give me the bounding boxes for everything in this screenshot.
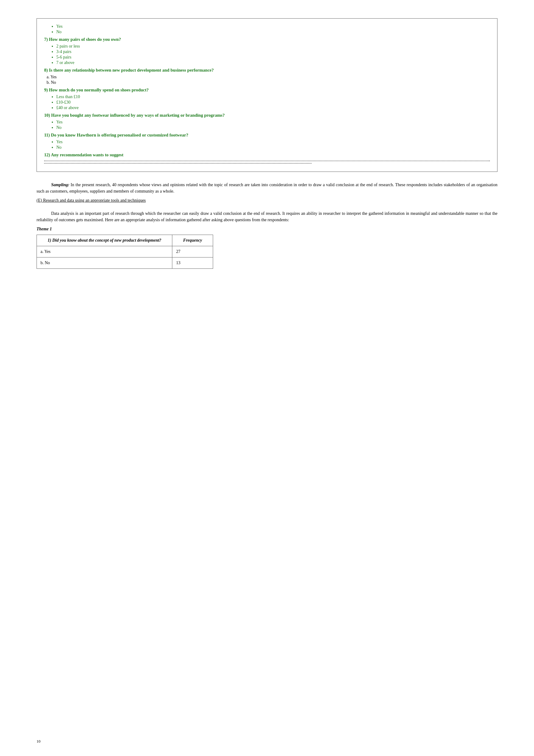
- q11-options-list: Yes No: [44, 140, 490, 150]
- q7-opt2: 3-4 pairs: [56, 49, 490, 54]
- prev-no-item: No: [56, 30, 490, 35]
- q9-opt2: £10-£30: [56, 100, 490, 105]
- table-row2-frequency: 13: [172, 257, 213, 269]
- q10-opt2: No: [56, 125, 490, 130]
- q12-section: 12) Any recommendation wants to suggest: [44, 152, 490, 164]
- survey-box: Yes No 7) How many pairs of shoes do you…: [37, 18, 497, 172]
- data-analysis-text: Data analysis is an important part of re…: [37, 211, 497, 222]
- table-row1-option: a. Yes: [37, 246, 172, 257]
- q11-label: 11) Do you know Hawthorn is offering per…: [44, 133, 490, 138]
- sampling-text: In the present research, 40 respondents …: [37, 182, 497, 194]
- q10-options-list: Yes No: [44, 120, 490, 130]
- table-row2-option: b. No: [37, 257, 172, 269]
- q10-opt1: Yes: [56, 120, 490, 125]
- table-row: a. Yes 27: [37, 246, 213, 257]
- data-analysis-paragraph: Data analysis is an important part of re…: [37, 210, 497, 223]
- dotted-line-1: [44, 161, 490, 161]
- q10-section: 10) Have you bought any footwear influen…: [44, 113, 490, 130]
- table-col1-header: 1) Did you know about the concept of new…: [37, 235, 172, 246]
- table-row1-frequency: 27: [172, 246, 213, 257]
- table-header-row: 1) Did you know about the concept of new…: [37, 235, 213, 246]
- q11-section: 11) Do you know Hawthorn is offering per…: [44, 133, 490, 150]
- section-e-heading: (E) Research and data using an appropria…: [37, 198, 146, 203]
- q7-options-list: 2 pairs or less 3-4 pairs 5-6 pairs 7 or…: [44, 44, 490, 65]
- section-e-heading-container: (E) Research and data using an appropria…: [37, 198, 497, 206]
- q7-opt1: 2 pairs or less: [56, 44, 490, 49]
- sampling-paragraph: Sampling: In the present research, 40 re…: [37, 182, 497, 194]
- table-col2-header: Frequency: [172, 235, 213, 246]
- theme1-label: Theme 1: [37, 227, 497, 231]
- dotted-line-2: [44, 163, 312, 164]
- q8-section: 8) Is there any relationship between new…: [44, 68, 490, 85]
- page-content: Yes No 7) How many pairs of shoes do you…: [37, 18, 497, 269]
- prev-yes-item: Yes: [56, 24, 490, 29]
- q8-label: 8) Is there any relationship between new…: [44, 68, 490, 73]
- q8-opt2: b. No: [47, 80, 490, 85]
- q8-opt1: a. Yes: [47, 75, 490, 80]
- q7-opt3: 5-6 pairs: [56, 55, 490, 60]
- q7-section: 7) How many pairs of shoes do you own? 2…: [44, 37, 490, 65]
- q9-opt1: Less than £10: [56, 94, 490, 99]
- prev-yn-list: Yes No: [44, 24, 490, 35]
- table-row: b. No 13: [37, 257, 213, 269]
- page-number: 10: [37, 739, 40, 744]
- frequency-table: 1) Did you know about the concept of new…: [37, 235, 213, 269]
- q12-label: 12) Any recommendation wants to suggest: [44, 152, 490, 157]
- q9-label: 9) How much do you normally spend on sho…: [44, 88, 490, 93]
- q7-label: 7) How many pairs of shoes do you own?: [44, 37, 490, 42]
- q11-opt2: No: [56, 145, 490, 150]
- q9-options-list: Less than £10 £10-£30 £40 or above: [44, 94, 490, 110]
- q9-section: 9) How much do you normally spend on sho…: [44, 88, 490, 110]
- q11-opt1: Yes: [56, 140, 490, 145]
- prev-yes-no-section: Yes No: [44, 24, 490, 35]
- q7-opt4: 7 or above: [56, 60, 490, 65]
- q9-opt3: £40 or above: [56, 105, 490, 110]
- q10-label: 10) Have you bought any footwear influen…: [44, 113, 490, 118]
- sampling-bold-italic: Sampling:: [51, 182, 69, 187]
